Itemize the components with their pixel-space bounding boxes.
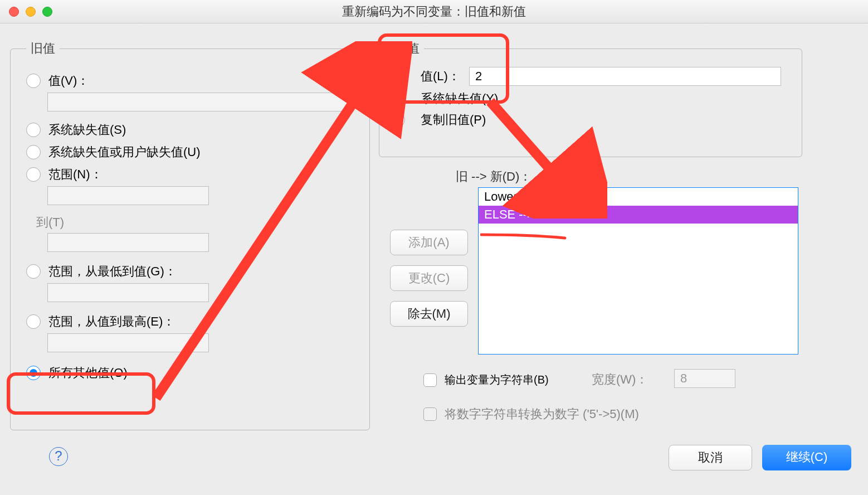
list-item[interactable]: Lowest thru 3.00 --> 1 bbox=[479, 188, 798, 206]
radio-old-sysmissing[interactable] bbox=[26, 123, 41, 137]
input-range-highest[interactable] bbox=[47, 333, 209, 352]
old-value-group: 旧值 值(V)： 系统缺失值(S) 系统缺失值或用户缺失值(U) 范围(N)： … bbox=[10, 40, 370, 430]
annotation-underline bbox=[480, 230, 567, 236]
label-new-copyold: 复制旧值(P) bbox=[421, 111, 486, 128]
new-value-legend: 新值 bbox=[391, 40, 424, 57]
input-range-from[interactable] bbox=[47, 186, 209, 205]
label-width: 宽度(W)： bbox=[592, 371, 648, 388]
remove-button[interactable]: 除去(M) bbox=[390, 301, 468, 327]
input-range-to[interactable] bbox=[47, 233, 209, 252]
checkbox-output-string[interactable] bbox=[423, 373, 437, 387]
titlebar: 重新编码为不同变量：旧值和新值 bbox=[0, 0, 868, 23]
add-button[interactable]: 添加(A) bbox=[390, 230, 468, 255]
mappings-label: 旧 --> 新(D)： bbox=[456, 168, 531, 185]
input-width[interactable] bbox=[674, 369, 735, 388]
radio-old-range[interactable] bbox=[26, 167, 41, 182]
mappings-listbox[interactable]: Lowest thru 3.00 --> 1 ELSE --> 2 bbox=[478, 187, 798, 355]
input-range-lowest[interactable] bbox=[47, 283, 209, 302]
cancel-button[interactable]: 取消 bbox=[669, 445, 752, 470]
continue-button[interactable]: 继续(C) bbox=[762, 445, 851, 470]
radio-old-range-highest[interactable] bbox=[26, 314, 41, 329]
list-item[interactable]: ELSE --> 2 bbox=[479, 206, 798, 224]
change-button[interactable]: 更改(C) bbox=[390, 265, 468, 291]
radio-old-sysusermissing[interactable] bbox=[26, 145, 41, 159]
label-old-sysmissing: 系统缺失值(S) bbox=[48, 122, 126, 138]
input-old-value[interactable] bbox=[47, 93, 354, 111]
label-old-allother: 所有其他值(O) bbox=[48, 365, 128, 381]
new-value-group: 新值 值(L)： 系统缺失值(Y) 复制旧值(P) bbox=[379, 40, 802, 157]
radio-old-range-lowest[interactable] bbox=[26, 264, 41, 279]
input-new-value[interactable] bbox=[469, 67, 781, 86]
label-old-range-lowest: 范围，从最低到值(G)： bbox=[48, 263, 177, 280]
radio-old-allother[interactable] bbox=[26, 366, 41, 380]
label-old-value: 值(V)： bbox=[48, 72, 89, 89]
label-output-string: 输出变量为字符串(B) bbox=[445, 372, 549, 387]
radio-new-sysmissing[interactable] bbox=[391, 91, 405, 106]
radio-new-copyold[interactable] bbox=[391, 113, 405, 127]
label-new-value: 值(L)： bbox=[421, 68, 460, 85]
label-old-sysusermissing: 系统缺失值或用户缺失值(U) bbox=[48, 144, 201, 161]
label-old-range: 范围(N)： bbox=[48, 166, 103, 183]
label-old-range-highest: 范围，从值到最高(E)： bbox=[48, 313, 175, 330]
help-button[interactable]: ? bbox=[49, 447, 68, 466]
label-convert-numeric: 将数字字符串转换为数字 ('5'->5)(M) bbox=[445, 406, 639, 423]
radio-new-value[interactable] bbox=[391, 69, 405, 84]
radio-old-value[interactable] bbox=[26, 74, 41, 88]
old-value-legend: 旧值 bbox=[26, 40, 60, 57]
label-new-sysmissing: 系统缺失值(Y) bbox=[421, 90, 498, 107]
checkbox-convert-numeric bbox=[423, 407, 437, 421]
label-range-to: 到(T) bbox=[36, 214, 354, 231]
window-title: 重新编码为不同变量：旧值和新值 bbox=[0, 3, 868, 20]
